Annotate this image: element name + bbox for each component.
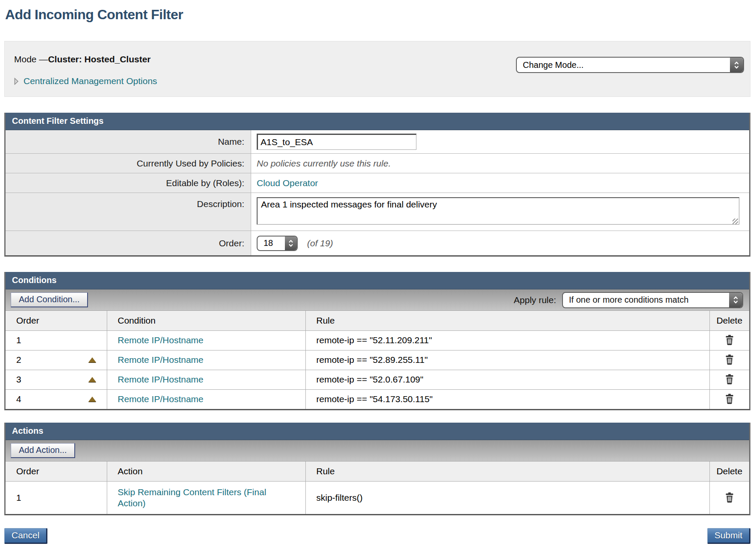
mode-value: Cluster: Hosted_Cluster [48, 54, 150, 64]
policies-label: Currently Used by Policies: [6, 154, 251, 173]
actions-table: Order Action Rule Delete 1 Skip Remainin… [6, 461, 749, 514]
condition-row: 4 Remote IP/Hostname remote-ip == "54.17… [6, 389, 749, 409]
settings-row-policies: Currently Used by Policies: No policies … [6, 154, 749, 173]
conditions-table: Order Condition Rule Delete 1 Remote IP/… [6, 311, 749, 409]
cancel-button[interactable]: Cancel [4, 528, 47, 544]
conditions-section-header: Conditions [6, 272, 749, 289]
trash-icon [725, 340, 734, 347]
delete-action-button[interactable] [723, 491, 736, 505]
order-label: Order: [6, 231, 251, 255]
description-label: Description: [6, 193, 251, 231]
action-link[interactable]: Skip Remaining Content Filters (Final Ac… [118, 483, 289, 513]
add-condition-button[interactable]: Add Condition... [11, 292, 88, 307]
order-select-value: 18 [264, 238, 273, 248]
condition-order: 3 [16, 374, 21, 385]
settings-row-description: Description: Area 1 inspected messages f… [6, 193, 749, 231]
actions-section: Actions Add Action... Order Action Rule … [4, 423, 750, 515]
apply-rule-select[interactable]: If one or more conditions match [562, 292, 743, 308]
actions-header-row: Order Action Rule Delete [6, 461, 749, 481]
action-rule: skip-filters() [305, 481, 709, 514]
apply-rule-label: Apply rule: [514, 295, 556, 305]
centralized-management-options-label: Centralized Management Options [23, 76, 157, 86]
condition-rule: remote-ip == "54.173.50.115" [305, 389, 709, 409]
condition-rule: remote-ip == "52.89.255.11" [305, 350, 709, 370]
action-row: 1 Skip Remaining Content Filters (Final … [6, 481, 749, 514]
condition-rule: remote-ip == "52.0.67.109" [305, 370, 709, 389]
trash-icon [725, 399, 734, 406]
condition-row: 2 Remote IP/Hostname remote-ip == "52.89… [6, 350, 749, 370]
column-header-condition: Condition [107, 311, 305, 330]
move-up-icon[interactable] [88, 357, 96, 362]
delete-condition-button[interactable] [723, 392, 736, 406]
condition-order: 2 [16, 355, 21, 365]
submit-button[interactable]: Submit [707, 528, 750, 544]
roles-label: Editable by (Roles): [6, 173, 251, 193]
action-order: 1 [6, 481, 107, 514]
page-title: Add Incoming Content Filter [5, 6, 750, 23]
policies-value: No policies currently use this rule. [257, 158, 391, 169]
order-select[interactable]: 18 [257, 236, 298, 251]
actions-toolbar: Add Action... [6, 440, 749, 461]
column-header-rule: Rule [305, 461, 709, 481]
condition-row: 3 Remote IP/Hostname remote-ip == "52.0.… [6, 370, 749, 389]
condition-link[interactable]: Remote IP/Hostname [118, 374, 204, 384]
condition-link[interactable]: Remote IP/Hostname [118, 355, 204, 365]
condition-order: 1 [16, 335, 21, 345]
apply-rule-select-value: If one or more conditions match [569, 295, 689, 305]
add-action-button[interactable]: Add Action... [11, 443, 75, 458]
column-header-order: Order [6, 461, 107, 481]
condition-rule: remote-ip == "52.11.209.211" [305, 330, 709, 350]
conditions-header-row: Order Condition Rule Delete [6, 311, 749, 330]
conditions-toolbar: Add Condition... Apply rule: If one or m… [6, 289, 749, 311]
cloud-operator-link[interactable]: Cloud Operator [257, 178, 318, 188]
right-triangle-icon [14, 78, 19, 85]
settings-row-name: Name: [6, 130, 749, 154]
delete-condition-button[interactable] [723, 353, 736, 367]
actions-section-header: Actions [6, 423, 749, 440]
condition-link[interactable]: Remote IP/Hostname [118, 394, 204, 404]
delete-condition-button[interactable] [723, 372, 736, 386]
trash-icon [725, 498, 734, 504]
trash-icon [725, 360, 734, 366]
footer: Cancel Submit [4, 528, 750, 544]
name-input[interactable] [257, 134, 416, 150]
mode-panel: Mode —Cluster: Hosted_Cluster Change Mod… [4, 41, 750, 97]
order-of-total: (of 19) [307, 238, 333, 248]
name-label: Name: [6, 130, 251, 153]
settings-section-header: Content Filter Settings [6, 113, 749, 130]
column-header-action: Action [107, 461, 305, 481]
description-input[interactable]: Area 1 inspected messages for final deli… [257, 197, 739, 225]
condition-link[interactable]: Remote IP/Hostname [118, 335, 204, 345]
mode-label: Mode — [14, 54, 48, 64]
column-header-delete: Delete [709, 311, 749, 330]
stepper-icon [730, 58, 743, 72]
delete-condition-button[interactable] [723, 333, 736, 347]
settings-row-roles: Editable by (Roles): Cloud Operator [6, 173, 749, 193]
stepper-icon [729, 293, 742, 307]
condition-order: 4 [16, 394, 21, 404]
stepper-icon [285, 237, 297, 250]
page: Add Incoming Content Filter Mode —Cluste… [0, 6, 756, 544]
column-header-rule: Rule [305, 311, 709, 330]
condition-row: 1 Remote IP/Hostname remote-ip == "52.11… [6, 330, 749, 350]
conditions-section: Conditions Add Condition... Apply rule: … [4, 272, 750, 410]
content-filter-settings-section: Content Filter Settings Name: Currently … [4, 113, 750, 257]
change-mode-select[interactable]: Change Mode... [516, 57, 744, 73]
move-up-icon[interactable] [88, 397, 96, 402]
move-up-icon[interactable] [88, 377, 96, 382]
column-header-delete: Delete [709, 461, 749, 481]
centralized-management-options-link[interactable]: Centralized Management Options [14, 76, 740, 86]
trash-icon [725, 380, 734, 386]
column-header-order: Order [6, 311, 107, 330]
change-mode-select-value: Change Mode... [523, 60, 583, 70]
settings-row-order: Order: 18 (of 19) [6, 231, 749, 255]
